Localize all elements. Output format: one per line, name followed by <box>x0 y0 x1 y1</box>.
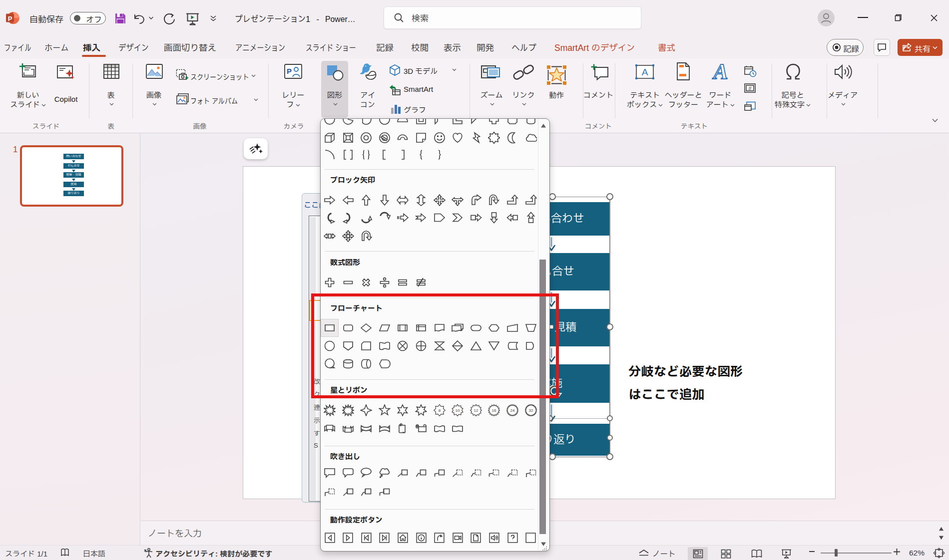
svg-text:A: A <box>642 67 648 77</box>
svg-text:#: # <box>748 85 752 91</box>
svg-text:32: 32 <box>528 408 533 413</box>
svg-text:P: P <box>287 67 292 75</box>
svg-text:A: A <box>712 60 728 83</box>
svg-text:12: 12 <box>474 408 478 413</box>
svg-text:24: 24 <box>510 408 515 413</box>
svg-text:16: 16 <box>492 408 496 413</box>
svg-text:8: 8 <box>438 408 441 413</box>
svg-text:10: 10 <box>456 408 460 413</box>
svg-text:P: P <box>8 15 12 22</box>
